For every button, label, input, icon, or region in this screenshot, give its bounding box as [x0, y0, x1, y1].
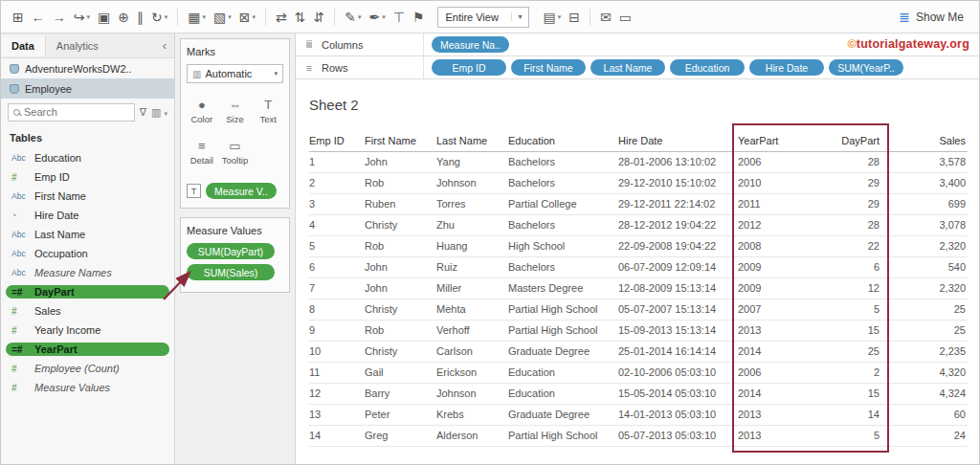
datasource-item-adventureworksdw2[interactable]: AdventureWorksDW2..: [1, 58, 174, 78]
pill-last-name[interactable]: Last Name: [590, 59, 665, 76]
show-mark-labels-icon[interactable]: ▤▾: [539, 8, 565, 27]
table-cell[interactable]: 12-08-2009 15:13:14: [618, 278, 738, 299]
annotate-icon[interactable]: ✒▾: [365, 8, 389, 27]
run-update-icon[interactable]: ↻▾: [147, 8, 171, 27]
color-button[interactable]: ●Color: [187, 92, 217, 130]
pill-emp-id[interactable]: Emp ID: [432, 59, 506, 76]
swap-rows-columns-icon[interactable]: ⇄: [272, 8, 291, 27]
table-cell[interactable]: 2009: [738, 257, 822, 278]
table-cell[interactable]: 6: [309, 257, 365, 278]
table-cell[interactable]: Ruben: [365, 194, 436, 215]
sort-ascending-icon[interactable]: ⇅: [291, 8, 310, 27]
table-cell[interactable]: John: [365, 257, 436, 278]
table-cell[interactable]: 25: [881, 299, 968, 321]
text-button[interactable]: TText: [253, 92, 283, 130]
table-cell[interactable]: 540: [881, 257, 968, 278]
text-label-icon[interactable]: ⊤: [390, 8, 409, 27]
table-cell[interactable]: 2,320: [881, 278, 968, 299]
table-cell[interactable]: 2007: [738, 299, 822, 321]
pill-sum-sales[interactable]: SUM(Sales): [187, 264, 275, 280]
field-sales[interactable]: #Sales: [1, 301, 174, 321]
tableau-grid-icon[interactable]: ⊞: [9, 8, 28, 27]
show-me-button[interactable]: ≣ Show Me: [891, 11, 971, 24]
table-cell[interactable]: Mehta: [436, 299, 508, 321]
table-cell[interactable]: 3,578: [881, 152, 968, 173]
table-cell[interactable]: 15-09-2013 15:13:14: [618, 321, 738, 342]
table-cell[interactable]: Greg: [365, 426, 436, 447]
table-cell[interactable]: Verhoff: [436, 321, 508, 342]
table-cell[interactable]: 2,320: [881, 236, 968, 257]
pill-sum-yearp[interactable]: SUM(YearP..: [829, 59, 903, 76]
table-cell[interactable]: 4,324: [881, 384, 968, 405]
table-cell[interactable]: Christy: [365, 215, 436, 236]
table-cell[interactable]: 2013: [738, 321, 822, 342]
table-cell[interactable]: 28: [822, 152, 881, 173]
table-cell[interactable]: 11: [309, 363, 365, 384]
column-header-yearpart[interactable]: YearPart: [738, 129, 822, 152]
column-header-emp-id[interactable]: Emp ID: [309, 129, 365, 152]
field-yearly-income[interactable]: #Yearly Income: [1, 321, 174, 340]
table-cell[interactable]: 14: [822, 405, 881, 426]
table-cell[interactable]: Miller: [436, 278, 508, 299]
replay-icon[interactable]: ↪▾: [70, 8, 94, 27]
new-worksheet-icon[interactable]: ▦▾: [184, 8, 210, 27]
tab-data[interactable]: Data: [1, 35, 46, 56]
table-cell[interactable]: 10: [309, 342, 365, 363]
table-cell[interactable]: 05-07-2013 05:03:10: [618, 426, 738, 447]
highlight-icon[interactable]: ✎▾: [341, 8, 365, 27]
table-cell[interactable]: 5: [822, 299, 881, 321]
table-cell[interactable]: 13: [309, 405, 365, 426]
table-cell[interactable]: John: [365, 278, 436, 299]
table-cell[interactable]: 2012: [738, 215, 822, 236]
table-cell[interactable]: 22-09-2008 19:04:22: [618, 236, 738, 257]
undo-icon[interactable]: ←: [28, 8, 49, 27]
clear-sheet-icon[interactable]: ⊠▾: [235, 8, 259, 27]
fix-axes-icon[interactable]: ⚑: [409, 8, 429, 27]
table-cell[interactable]: 12: [822, 278, 881, 299]
table-cell[interactable]: John: [365, 152, 436, 173]
table-cell[interactable]: 699: [881, 194, 968, 215]
table-cell[interactable]: Torres: [436, 194, 508, 215]
sort-descending-icon[interactable]: ⇵: [309, 8, 328, 27]
table-cell[interactable]: Ruiz: [436, 257, 508, 278]
table-cell[interactable]: Zhu: [436, 215, 508, 236]
table-cell[interactable]: 2010: [738, 173, 822, 194]
table-cell[interactable]: 2006: [738, 363, 822, 384]
table-cell[interactable]: Alderson: [436, 426, 508, 447]
field-first-name[interactable]: AbcFirst Name: [1, 187, 174, 206]
table-cell[interactable]: 06-07-2009 12:09:14: [618, 257, 738, 278]
pill-sum-daypart[interactable]: SUM(DayPart): [187, 243, 275, 259]
table-cell[interactable]: Masters Degree: [508, 278, 618, 299]
rows-shelf[interactable]: ≡ Rows Emp IDFirst NameLast NameEducatio…: [296, 56, 979, 79]
table-cell[interactable]: 2013: [738, 426, 822, 447]
table-cell[interactable]: 14: [309, 426, 365, 447]
table-cell[interactable]: Bachelors: [508, 257, 618, 278]
column-header-sales[interactable]: Sales: [881, 129, 968, 152]
table-cell[interactable]: 29-12-2011 22:14:02: [618, 194, 738, 215]
table-cell[interactable]: 29: [822, 173, 881, 194]
table-cell[interactable]: 02-10-2006 05:03:10: [618, 363, 738, 384]
tooltip-bubble-icon[interactable]: ▭: [615, 8, 635, 27]
table-cell[interactable]: 2013: [738, 405, 822, 426]
field-emp-id[interactable]: #Emp ID: [1, 167, 174, 187]
table-cell[interactable]: 25: [881, 321, 968, 342]
table-cell[interactable]: Rob: [365, 321, 436, 342]
pill-measure-names-text[interactable]: Measure V..: [206, 183, 277, 199]
pill-measure-na[interactable]: Measure Na..: [432, 36, 509, 53]
table-cell[interactable]: Bachelors: [508, 152, 618, 173]
table-cell[interactable]: 2: [309, 173, 365, 194]
pill-first-name[interactable]: First Name: [511, 59, 586, 76]
table-cell[interactable]: 2,235: [881, 342, 968, 363]
search-input[interactable]: [24, 106, 129, 118]
table-cell[interactable]: 2014: [738, 342, 822, 363]
table-cell[interactable]: 24: [881, 426, 968, 447]
table-cell[interactable]: 1: [309, 152, 365, 173]
table-cell[interactable]: Rob: [365, 236, 436, 257]
table-cell[interactable]: Krebs: [436, 405, 508, 426]
table-cell[interactable]: 3: [309, 194, 365, 215]
table-cell[interactable]: Bachelors: [508, 173, 618, 194]
table-cell[interactable]: 29: [822, 194, 881, 215]
field-employee-count[interactable]: #Employee (Count): [1, 359, 174, 378]
save-icon[interactable]: ▣: [94, 8, 114, 27]
pill-education[interactable]: Education: [670, 59, 745, 76]
